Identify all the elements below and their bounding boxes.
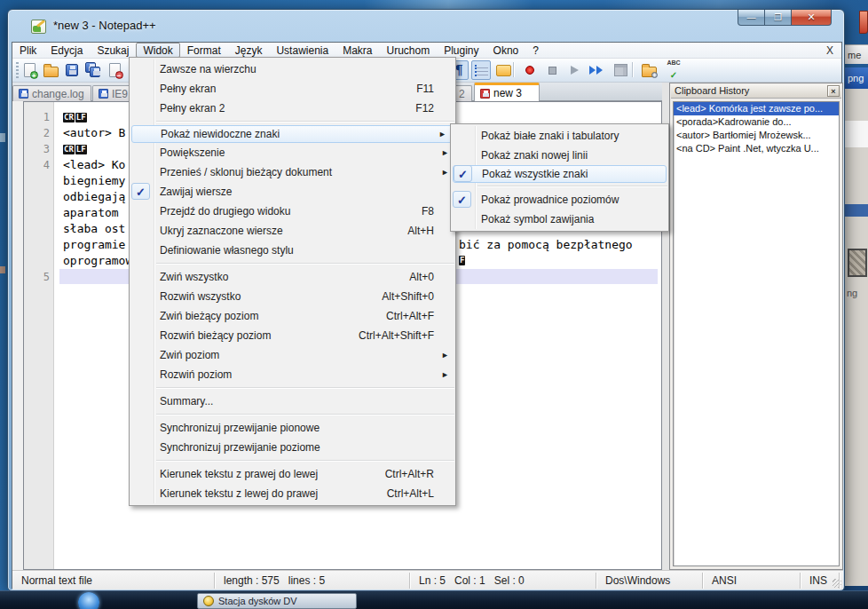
menu-item-shortcut: Ctrl+Alt+F	[386, 306, 446, 326]
menu-item-shortcut: Alt+Shift+0	[382, 287, 446, 306]
menu-item-pokaż-prowadnice-poziomów[interactable]: ✓Pokaż prowadnice poziomów	[451, 190, 668, 210]
menu-item-shortcut: Ctrl+Alt+L	[387, 484, 446, 503]
toolbar-run-macro-multiple-button[interactable]	[587, 60, 606, 80]
menu-item-zwiń-bieżący-poziom[interactable]: Zwiń bieżący poziomCtrl+Alt+F	[130, 306, 455, 326]
menu-item-rozwiń-bieżący-poziom[interactable]: Rozwiń bieżący poziomCtrl+Alt+Shift+F	[130, 326, 455, 345]
menubar-item-okno[interactable]: Okno	[486, 43, 526, 58]
user-defined-dialog-icon	[496, 65, 511, 76]
toolbar-open-containing-folder-button[interactable]	[639, 60, 659, 80]
menubar-item-uruchom[interactable]: Uruchom	[380, 43, 438, 58]
menu-item-kierunek-tekstu-z-lewej-do-prawej[interactable]: Kierunek tekstu z lewej do prawejCtrl+Al…	[130, 484, 455, 503]
menubar-item-pluginy[interactable]: Pluginy	[437, 43, 485, 58]
clipboard-item[interactable]: <na CD> Paint .Net, wtyczka U...	[674, 142, 839, 155]
menu-item-summary[interactable]: Summary...	[130, 392, 455, 411]
menubar-item-format[interactable]: Format	[180, 43, 228, 58]
toolbar-spell-check-button[interactable]: ABC✓	[664, 60, 683, 80]
menubar-item-?[interactable]: ?	[525, 43, 546, 58]
window-title: *new 3 - Notepad++	[53, 19, 156, 32]
menu-item-kierunek-tekstu-z-prawej-do-lewej[interactable]: Kierunek tekstu z prawej do lewejCtrl+Al…	[130, 464, 455, 484]
editor-text-fragment: programie	[63, 237, 125, 253]
saved-file-icon	[19, 89, 28, 99]
menu-item-powiększenie[interactable]: Powiększenie►	[130, 143, 455, 162]
toolbar-stop-macro-button[interactable]	[542, 60, 562, 80]
toolbar-record-macro-button[interactable]	[520, 60, 540, 80]
menu-item-synchronizuj-przewijanie-pionowe[interactable]: Synchronizuj przewijanie pionowe	[130, 418, 455, 438]
toolbar-indent-guide-button[interactable]	[471, 60, 491, 80]
menu-item-label: Zwiń wszystko	[160, 267, 228, 287]
menu-item-definiowanie-własnego-stylu[interactable]: Definiowanie własnego stylu	[130, 241, 455, 260]
lf-mark: LF	[75, 113, 87, 123]
menu-item-pokaż-niewidoczne-znaki[interactable]: Pokaż niewidoczne znaki►	[131, 125, 454, 143]
menu-item-pełny-ekran[interactable]: Pełny ekranF11	[130, 79, 455, 99]
toolbar-play-macro-button[interactable]	[564, 60, 584, 80]
background-panel-fragment	[845, 89, 868, 586]
menu-item-pokaż-białe-znaki-i-tabulatory[interactable]: Pokaż białe znaki i tabulatory	[451, 126, 668, 146]
menu-item-zwiń-poziom[interactable]: Zwiń poziom►	[130, 345, 455, 365]
menu-item-przejdź-do-drugiego-widoku[interactable]: Przejdź do drugiego widokuF8	[130, 202, 455, 221]
menubar-item-widok[interactable]: Widok	[136, 43, 179, 58]
status-segment-3: Dos\Windows	[596, 573, 703, 589]
taskbar: Stacja dysków DV	[0, 590, 868, 609]
menubar-item-szukaj[interactable]: Szukaj	[90, 43, 136, 58]
tab-label: 2	[459, 88, 465, 100]
menubar-item-plik[interactable]: Plik	[12, 43, 43, 58]
tab-change-log[interactable]: change.log	[12, 85, 91, 101]
toolbar-save-button[interactable]	[62, 60, 82, 80]
tab-new-3[interactable]: new 3	[474, 83, 540, 101]
menu-item-label: Synchronizuj przewijanie pionowe	[160, 418, 320, 438]
menubar-item-makra[interactable]: Makra	[335, 43, 379, 58]
close-icon: ✕	[807, 12, 815, 23]
editor-text-fragment: słaba ost	[63, 221, 125, 237]
tab-ie9[interactable]: IE9	[92, 85, 130, 101]
toolbar-user-defined-dialog-button[interactable]	[493, 60, 513, 80]
menu-separator	[477, 186, 667, 186]
clipboard-item[interactable]: <lead> Komórka jest zawsze po...	[674, 102, 839, 115]
toolbar-new-file-button[interactable]: +	[20, 60, 39, 80]
menubar-item-ustawienia[interactable]: Ustawienia	[269, 43, 335, 58]
menu-item-shortcut: F12	[415, 99, 446, 118]
toolbar-close-file-button[interactable]: −	[105, 60, 124, 80]
clipboard-item[interactable]: <autor> Bartłomiej Mrożewsk...	[674, 129, 839, 142]
maximize-button[interactable]: ❐	[765, 10, 791, 26]
menu-item-pokaż-wszystkie-znaki[interactable]: ✓Pokaż wszystkie znaki	[453, 165, 667, 183]
menu-item-rozwiń-wszystko[interactable]: Rozwiń wszystkoAlt+Shift+0	[130, 287, 455, 306]
document-close-button[interactable]: X	[826, 44, 833, 58]
menu-separator	[156, 387, 454, 388]
menu-item-zawsze-na-wierzchu[interactable]: Zawsze na wierzchu	[130, 59, 455, 79]
menu-item-label: Ukryj zaznaczone wiersze	[160, 221, 283, 241]
menu-item-ukryj-zaznaczone-wiersze[interactable]: Ukryj zaznaczone wierszeAlt+H	[130, 221, 455, 241]
clipboard-item[interactable]: <porada>Kadrowanie do...	[674, 115, 839, 129]
background-panel-fragment	[845, 121, 868, 147]
clipboard-close-button[interactable]: ×	[827, 85, 840, 97]
window-content: PlikEdycjaSzukajWidokFormatJęzykUstawien…	[12, 42, 842, 589]
menu-item-rozwiń-poziom[interactable]: Rozwiń poziom►	[130, 365, 455, 384]
title-bar[interactable]: *new 3 - Notepad++ — ❐ ✕	[8, 10, 844, 42]
toolbar-open-file-button[interactable]	[41, 60, 60, 80]
menubar-item-edycja[interactable]: Edycja	[43, 43, 90, 58]
menu-item-przenieś-sklonuj-bieżący-dokument[interactable]: Przenieś / sklonuj bieżący dokument►	[130, 162, 455, 182]
menu-item-pokaż-znaki-nowej-linii[interactable]: Pokaż znaki nowej linii	[451, 146, 668, 165]
menu-item-label: Przenieś / sklonuj bieżący dokument	[160, 162, 332, 182]
menu-item-label: Pokaż znaki nowej linii	[481, 146, 588, 165]
toolbar-save-macro-button[interactable]	[611, 60, 630, 80]
window-controls: — ❐ ✕	[738, 10, 832, 26]
clipboard-panel-titlebar[interactable]: Clipboard History ×	[671, 84, 841, 99]
notepadpp-app-icon	[31, 20, 46, 34]
close-button[interactable]: ✕	[791, 10, 832, 26]
taskbar-orb-icon[interactable]	[78, 592, 99, 609]
menu-item-zawijaj-wiersze[interactable]: ✓Zawijaj wiersze	[130, 182, 455, 202]
minimize-button[interactable]: —	[738, 10, 765, 26]
menubar-item-język[interactable]: Język	[228, 43, 270, 58]
background-close-button-fragment	[859, 11, 868, 34]
taskbar-item[interactable]: Stacja dysków DV	[197, 593, 357, 609]
editor-text-fragment: odbiegają	[63, 189, 125, 205]
record-macro-icon	[525, 66, 534, 75]
clipboard-list: <lead> Komórka jest zawsze po...<porada>…	[673, 101, 840, 566]
menu-item-shortcut: F8	[422, 202, 446, 221]
menu-item-pełny-ekran-2[interactable]: Pełny ekran 2F12	[130, 99, 455, 118]
menu-item-zwiń-wszystko[interactable]: Zwiń wszystkoAlt+0	[130, 267, 455, 287]
menu-item-synchronizuj-przewijanie-poziome[interactable]: Synchronizuj przewijanie poziome	[130, 438, 455, 457]
notepadpp-window: *new 3 - Notepad++ — ❐ ✕ PlikEdycjaSzuka…	[7, 9, 845, 591]
toolbar-save-all-button[interactable]	[83, 60, 103, 80]
menu-item-pokaż-symbol-zawijania[interactable]: Pokaż symbol zawijania	[451, 210, 668, 229]
